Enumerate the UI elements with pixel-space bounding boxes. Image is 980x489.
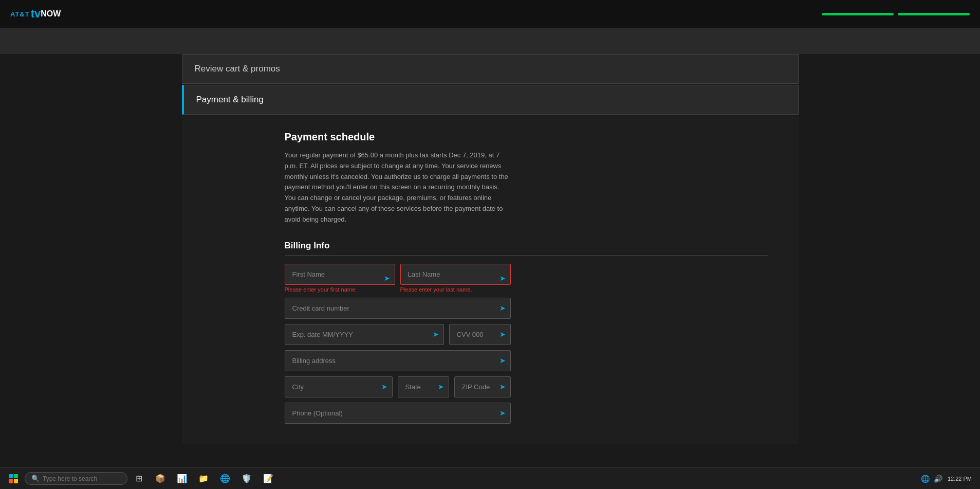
amazon-icon[interactable]: 📦 [151, 469, 170, 488]
payment-schedule-description: Your regular payment of $65.00 a month p… [285, 150, 511, 225]
last-name-error: Please enter your last name. [400, 286, 511, 293]
svg-rect-2 [9, 479, 13, 483]
taskbar-search-input[interactable] [43, 475, 120, 482]
taskbar-left: 🔍 ⊞ 📦 📊 📁 🌐 🛡️ 📝 [4, 469, 278, 488]
state-field: ➤ [398, 376, 449, 397]
main-content: Review cart & promos Payment & billing P… [182, 54, 799, 444]
billing-address-field: ➤ [285, 350, 511, 371]
billing-content-area: Payment schedule Your regular payment of… [182, 116, 799, 444]
progress-segment-2 [898, 13, 970, 15]
cvv-input[interactable] [449, 324, 511, 345]
phone-field: ➤ [285, 403, 511, 424]
phone-input[interactable] [285, 403, 511, 424]
gray-top-bar [0, 28, 980, 54]
last-name-field: ➤ Please enter your last name. [400, 264, 511, 293]
app-logo: AT&T tv NOW [10, 7, 61, 21]
phone-row: ➤ [285, 403, 511, 424]
city-field: ➤ [285, 376, 393, 397]
volume-icon: 🔊 [934, 475, 942, 483]
word-icon[interactable]: 📝 [259, 469, 278, 488]
svg-rect-3 [14, 479, 18, 483]
excel-icon[interactable]: 📊 [173, 469, 191, 488]
credit-card-field: ➤ [285, 298, 511, 319]
system-tray-icons: 🌐 🔊 [921, 475, 942, 483]
search-icon: 🔍 [31, 475, 40, 482]
svg-rect-0 [9, 474, 13, 478]
start-button[interactable] [4, 469, 23, 488]
windows-taskbar: 🔍 ⊞ 📦 📊 📁 🌐 🛡️ 📝 🌐 🔊 12:22 PM [0, 467, 980, 489]
first-name-input[interactable] [285, 264, 395, 285]
progress-indicator [822, 13, 970, 15]
logo-now-text: NOW [41, 9, 61, 19]
exp-date-field: ➤ [285, 324, 444, 345]
payment-billing-section[interactable]: Payment & billing [182, 85, 799, 115]
exp-cvv-row: ➤ ➤ [285, 324, 511, 345]
payment-schedule-title: Payment schedule [285, 131, 768, 143]
folder-icon[interactable]: 📁 [194, 469, 213, 488]
logo-att-text: AT&T [10, 10, 30, 18]
first-name-field: ➤ Please enter your first name. [285, 264, 395, 293]
billing-address-input[interactable] [285, 350, 511, 371]
network-icon: 🌐 [921, 475, 930, 483]
last-name-input[interactable] [400, 264, 511, 285]
task-view-button[interactable]: ⊞ [130, 469, 148, 488]
top-navigation: AT&T tv NOW [0, 0, 980, 28]
taskbar-pinned-icons: ⊞ 📦 📊 📁 🌐 🛡️ 📝 [130, 469, 278, 488]
credit-card-input[interactable] [285, 298, 511, 319]
zip-input[interactable] [454, 376, 511, 397]
taskbar-search-box[interactable]: 🔍 [25, 472, 127, 485]
logo-tv-text: tv [31, 7, 41, 21]
city-state-zip-row: ➤ ➤ ➤ [285, 376, 511, 397]
taskbar-right: 🌐 🔊 12:22 PM [921, 475, 976, 483]
billing-address-row: ➤ [285, 350, 511, 371]
first-name-error: Please enter your first name. [285, 286, 395, 293]
city-input[interactable] [285, 376, 393, 397]
taskbar-time: 12:22 PM [948, 476, 972, 482]
credit-card-row: ➤ [285, 298, 511, 319]
billing-info-title: Billing Info [285, 241, 768, 256]
cvv-field: ➤ [449, 324, 511, 345]
progress-segment-1 [822, 13, 894, 15]
state-input[interactable] [398, 376, 449, 397]
review-cart-title: Review cart & promos [195, 64, 786, 74]
chrome-icon[interactable]: 🌐 [216, 469, 234, 488]
exp-date-input[interactable] [285, 324, 444, 345]
svg-rect-1 [14, 474, 18, 478]
zip-field: ➤ [454, 376, 511, 397]
billing-form: ➤ Please enter your first name. ➤ Please… [285, 264, 511, 424]
payment-billing-title: Payment & billing [196, 95, 786, 105]
review-cart-section[interactable]: Review cart & promos [182, 54, 799, 84]
name-row: ➤ Please enter your first name. ➤ Please… [285, 264, 511, 293]
security-icon[interactable]: 🛡️ [237, 469, 256, 488]
